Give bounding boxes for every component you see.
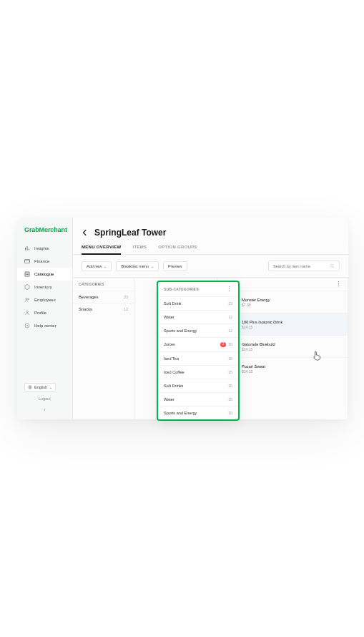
sidebar-item-label: Inventory (34, 285, 52, 289)
item-name: Gatorade Bluebold (242, 342, 275, 346)
chevron-down-icon: ⌄ (151, 264, 154, 268)
item-price: $7.39 (242, 303, 270, 307)
svg-text:?: ? (26, 324, 29, 328)
sidebar-nav: Insights Finance Catalogue Inventory (17, 242, 72, 377)
sidebar-item-insights[interactable]: Insights (17, 242, 72, 255)
category-count: 23 (124, 295, 128, 299)
item-name: Pocari Sweat (242, 364, 265, 369)
categories-column: CATEGORIES Beverages 23 Snacks 12 (73, 278, 134, 419)
svg-point-7 (26, 311, 29, 313)
users-icon (24, 297, 30, 303)
item-name: Monster Energy (242, 298, 270, 302)
subcategory-row[interactable]: Soft Drinks 35 (158, 379, 238, 392)
button-label: Add new (87, 264, 102, 268)
item-name: 100 Plus Isotonic Drink (242, 320, 282, 324)
subcategory-row[interactable]: Iced Coffee 35 (158, 365, 238, 379)
subcategory-row[interactable]: Water 12 (158, 310, 238, 324)
subcategory-row[interactable]: Sports and Energy 35 (158, 406, 238, 419)
tab-menu-overview[interactable]: MENU OVERVIEW (82, 245, 121, 255)
subcategory-row[interactable]: Soft Drink 23 (158, 296, 238, 310)
brand-logo: GrabMerchant (17, 226, 72, 242)
sidebar-item-catalogue[interactable]: Catalogue (17, 268, 72, 281)
list-icon (24, 271, 30, 277)
page-title: SpringLeaf Tower (94, 228, 166, 238)
subcategory-count-with-warning: 2 35 (220, 342, 232, 347)
sidebar-footer: English ⌄ Logout ‹ (17, 377, 72, 419)
tab-items[interactable]: ITEMS (132, 245, 147, 254)
items-more-button[interactable]: ⋮ (335, 283, 342, 286)
subcategory-count: 35 (228, 342, 232, 346)
subcategory-row[interactable]: Water 35 (158, 392, 238, 406)
subcategory-count: 12 (228, 329, 232, 333)
globe-icon (28, 385, 32, 389)
page-header: SpringLeaf Tower (73, 218, 348, 242)
svg-rect-0 (25, 260, 30, 263)
sidebar-item-employees[interactable]: Employees (17, 293, 72, 306)
search-box[interactable] (268, 261, 340, 271)
sidebar-item-profile[interactable]: Profile (17, 306, 72, 319)
subcategory-label: Juices (164, 342, 175, 346)
subcategory-label: Iced Tea (164, 356, 179, 361)
card-icon (24, 258, 30, 264)
category-label: Snacks (79, 307, 92, 311)
subcategory-count: 35 (228, 356, 232, 361)
svg-rect-2 (25, 272, 29, 276)
sidebar-item-label: Finance (34, 259, 49, 263)
svg-point-5 (26, 298, 27, 299)
sidebar-item-inventory[interactable]: Inventory (17, 281, 72, 293)
box-icon (24, 284, 30, 290)
categories-heading: CATEGORIES (73, 278, 134, 291)
svg-line-12 (333, 267, 334, 268)
item-price: $14.15 (242, 347, 275, 351)
tab-option-groups[interactable]: OPTION GROUPS (158, 245, 197, 254)
sidebar-item-finance[interactable]: Finance (17, 255, 72, 268)
language-label: English (34, 385, 47, 389)
category-row[interactable]: Snacks 12 (73, 303, 134, 315)
subcategory-count: 35 (228, 397, 232, 402)
sidebar-item-label: Catalogue (34, 272, 54, 276)
back-button[interactable] (82, 228, 90, 237)
dropdown-label: Breakfast menu (121, 264, 149, 268)
subcategory-label: Soft Drinks (164, 384, 183, 388)
language-selector[interactable]: English ⌄ (24, 383, 56, 392)
sidebar-item-label: Profile (34, 311, 46, 315)
sidebar: GrabMerchant Insights Finance Catalogue (17, 218, 73, 419)
toolbar: Add new ⌄ Breakfast menu ⌄ Preview (73, 255, 348, 277)
category-label: Beverages (79, 295, 99, 299)
cursor-pointer-icon (313, 351, 321, 361)
category-row[interactable]: Beverages 23 (73, 291, 134, 303)
subcategory-row[interactable]: Juices 2 35 (158, 337, 238, 351)
subcategories-more-button[interactable]: ⋮ (226, 288, 232, 291)
user-icon (24, 310, 30, 316)
chevron-down-icon: ⌄ (104, 264, 107, 268)
subcategory-row[interactable]: Sports and Energy 12 (158, 324, 238, 337)
logout-link[interactable]: Logout (24, 397, 65, 401)
item-price: $14.15 (242, 325, 282, 329)
sidebar-item-label: Employees (34, 298, 56, 302)
sidebar-item-help-center[interactable]: ? Help center (17, 319, 72, 332)
svg-point-6 (28, 298, 29, 300)
preview-button[interactable]: Preview (163, 261, 187, 271)
subcategories-heading: SUB-CATEGORIES ⋮ (158, 282, 238, 296)
subcategory-label: Sports and Energy (164, 329, 197, 333)
chart-icon (24, 245, 30, 251)
add-new-button[interactable]: Add new ⌄ (82, 261, 112, 271)
subcategory-count: 35 (228, 384, 232, 388)
subcategory-count: 35 (228, 370, 232, 374)
sidebar-item-label: Insights (34, 246, 49, 251)
menu-select-dropdown[interactable]: Breakfast menu ⌄ (116, 261, 159, 271)
sidebar-collapse-button[interactable]: ‹ (24, 407, 65, 412)
button-label: Preview (168, 264, 182, 268)
tab-bar: MENU OVERVIEW ITEMS OPTION GROUPS (73, 245, 348, 255)
subcategory-label: Water (164, 397, 174, 402)
category-count: 12 (124, 307, 128, 311)
search-input[interactable] (273, 264, 327, 268)
sidebar-item-label: Help center (34, 324, 56, 328)
subcategories-panel: SUB-CATEGORIES ⋮ Soft Drink 23 Water 12 … (157, 281, 240, 421)
subcategory-row[interactable]: Iced Tea 35 (158, 351, 238, 365)
subcategory-count: 12 (228, 315, 232, 319)
subcategory-label: Water (164, 315, 174, 319)
warning-badge: 2 (220, 342, 227, 347)
subcategory-label: Soft Drink (164, 301, 182, 306)
subcategory-count: 23 (228, 301, 232, 306)
